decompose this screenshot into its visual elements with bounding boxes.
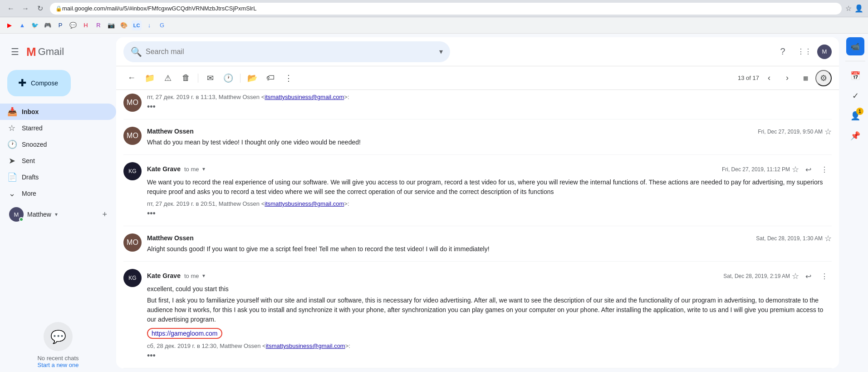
- ext-twitch[interactable]: 🎮: [43, 20, 53, 30]
- expand-quoted-button[interactable]: •••: [147, 351, 832, 361]
- email-text: What do you mean by test video! I though…: [147, 138, 832, 147]
- quoted-email-link[interactable]: itsmattysbusiness@gmail.com: [265, 94, 344, 100]
- compose-button[interactable]: ✚ Compose: [7, 70, 71, 96]
- search-icon: 🔍: [131, 46, 142, 57]
- sidebar-item-more[interactable]: ⌄ More: [0, 185, 116, 202]
- email-message: MO пт, 27 дек. 2019 г. в 11:13, Matthew …: [123, 90, 832, 119]
- sent-icon: ➤: [7, 156, 16, 166]
- settings-button[interactable]: ⚙: [815, 70, 832, 86]
- ext-twitter[interactable]: 🐦: [30, 20, 40, 30]
- back-button[interactable]: ←: [5, 2, 17, 15]
- expand-quoted-button[interactable]: •••: [147, 102, 832, 112]
- search-input[interactable]: [146, 48, 436, 56]
- sidebar-item-drafts[interactable]: 📄 Drafts: [0, 169, 116, 185]
- help-button[interactable]: ?: [774, 43, 792, 61]
- keep-icon[interactable]: 📌: [846, 127, 864, 145]
- add-account-button[interactable]: +: [102, 210, 107, 219]
- email-header-row: Matthew Ossen Fri, Dec 27, 2019, 9:50 AM…: [147, 127, 832, 137]
- header-right-icons: ? ⋮⋮ M: [774, 43, 832, 61]
- sidebar-item-inbox[interactable]: 📥 Inbox: [0, 104, 116, 120]
- quoted-email-link[interactable]: itsmattysbusiness@gmail.com: [266, 342, 345, 349]
- star-button[interactable]: ☆: [792, 164, 799, 174]
- contacts-icon[interactable]: 👤 1: [846, 107, 864, 125]
- sidebar-item-sent[interactable]: ➤ Sent: [0, 153, 116, 169]
- ext-paypal[interactable]: P: [55, 20, 65, 30]
- user-avatar[interactable]: M: [817, 45, 832, 59]
- back-to-inbox-button[interactable]: ←: [123, 70, 140, 86]
- email-body: Matthew Ossen Fri, Dec 27, 2019, 9:50 AM…: [147, 127, 832, 147]
- right-sidebar-separator: [845, 61, 866, 61]
- ext-hive[interactable]: H: [81, 20, 91, 30]
- email-content: MO пт, 27 дек. 2019 г. в 11:13, Matthew …: [116, 90, 839, 368]
- ext-drive[interactable]: ▲: [17, 20, 27, 30]
- gamegloom-link[interactable]: https://gamegloom.com: [147, 328, 222, 339]
- recipient-dropdown[interactable]: ▾: [202, 273, 205, 279]
- forward-button[interactable]: →: [19, 2, 32, 15]
- bookmark-icon[interactable]: ☆: [845, 4, 852, 13]
- apps-button[interactable]: ⋮⋮: [795, 43, 814, 61]
- profile-icon[interactable]: 👤: [854, 4, 863, 13]
- sidebar-item-starred[interactable]: ☆ Starred: [0, 120, 116, 136]
- ext-lc[interactable]: LC: [132, 20, 142, 30]
- recipient-dropdown[interactable]: ▾: [202, 166, 205, 172]
- next-email-button[interactable]: ›: [779, 70, 795, 86]
- tasks-icon[interactable]: ✓: [846, 87, 864, 105]
- star-button[interactable]: ☆: [824, 127, 832, 137]
- start-new-chat-link[interactable]: Start a new one: [7, 362, 109, 368]
- sidebar: ☰ M Gmail ✚ Compose 📥 Inbox ☆ Starred 🕐 …: [0, 34, 116, 372]
- view-toggle-button[interactable]: ▦: [797, 70, 814, 86]
- sidebar-item-label: Drafts: [22, 174, 109, 181]
- account-avatar: M: [9, 207, 24, 222]
- email-date: Fri, Dec 27, 2019, 11:12 PM: [722, 166, 790, 173]
- no-chats-icon: 💬: [44, 322, 73, 351]
- delete-button[interactable]: 🗑: [178, 70, 194, 86]
- email-header-row: Kate Grave to me ▾ Sat, Dec 28, 2019, 2:…: [147, 269, 832, 283]
- account-chevron: ▾: [55, 211, 58, 218]
- app-layout: ☰ M Gmail ✚ Compose 📥 Inbox ☆ Starred 🕐 …: [0, 34, 868, 372]
- star-button[interactable]: ☆: [792, 271, 799, 281]
- meet-icon[interactable]: 📹: [846, 37, 864, 55]
- ext-download[interactable]: ↓: [144, 20, 154, 30]
- snooze-button[interactable]: 🕐: [220, 70, 236, 86]
- email-date: Fri, Dec 27, 2019, 9:50 AM: [758, 129, 823, 135]
- ext-color[interactable]: 🎨: [119, 20, 129, 30]
- label-button[interactable]: 🏷: [262, 70, 279, 86]
- reply-button[interactable]: ↩: [801, 162, 815, 177]
- ext-rar[interactable]: R: [93, 20, 103, 30]
- more-icon: ⌄: [7, 188, 16, 198]
- prev-email-button[interactable]: ‹: [761, 70, 777, 86]
- starred-icon: ☆: [7, 123, 16, 133]
- search-filter-icon[interactable]: ▾: [439, 47, 443, 56]
- more-actions-button[interactable]: ⋮: [280, 70, 297, 86]
- spam-button[interactable]: ⚠: [160, 70, 176, 86]
- expand-quoted-button[interactable]: •••: [147, 209, 832, 218]
- mark-unread-button[interactable]: ✉: [202, 70, 218, 86]
- ext-youtube[interactable]: ▶: [5, 20, 15, 30]
- account-chip[interactable]: M Matthew ▾ +: [4, 205, 113, 223]
- sidebar-item-label: Inbox: [22, 108, 109, 115]
- calendar-icon[interactable]: 📅: [846, 67, 864, 85]
- compose-plus-icon: ✚: [18, 77, 26, 89]
- reply-button[interactable]: ↩: [801, 269, 815, 283]
- ext-instagram[interactable]: 📷: [106, 20, 116, 30]
- email-body: Matthew Ossen Sat, Dec 28, 2019, 1:30 AM…: [147, 233, 832, 254]
- sidebar-item-snoozed[interactable]: 🕐 Snoozed: [0, 136, 116, 153]
- more-options-button[interactable]: ⋮: [817, 269, 832, 283]
- star-button[interactable]: ☆: [824, 233, 832, 243]
- ext-google[interactable]: G: [157, 20, 167, 30]
- notification-badge: 1: [856, 108, 863, 115]
- search-bar[interactable]: 🔍 ▾: [123, 41, 450, 62]
- archive-button[interactable]: 📁: [142, 70, 158, 86]
- refresh-button[interactable]: ↻: [34, 2, 46, 15]
- quoted-email-link[interactable]: itsmattysbusiness@gmail.com: [265, 200, 344, 207]
- address-bar[interactable]: 🔒 mail.google.com/mail/u/5/#inbox/FMfcgx…: [50, 3, 842, 15]
- hamburger-icon[interactable]: ☰: [7, 43, 23, 61]
- separator-1: [198, 74, 198, 83]
- ext-messenger[interactable]: 💬: [68, 20, 78, 30]
- move-to-button[interactable]: 📂: [244, 70, 260, 86]
- avatar: MO: [123, 127, 142, 145]
- drafts-icon: 📄: [7, 172, 16, 182]
- email-to-me: to me: [184, 166, 199, 173]
- sender-name: Matthew Ossen: [147, 128, 194, 135]
- more-options-button[interactable]: ⋮: [817, 162, 832, 177]
